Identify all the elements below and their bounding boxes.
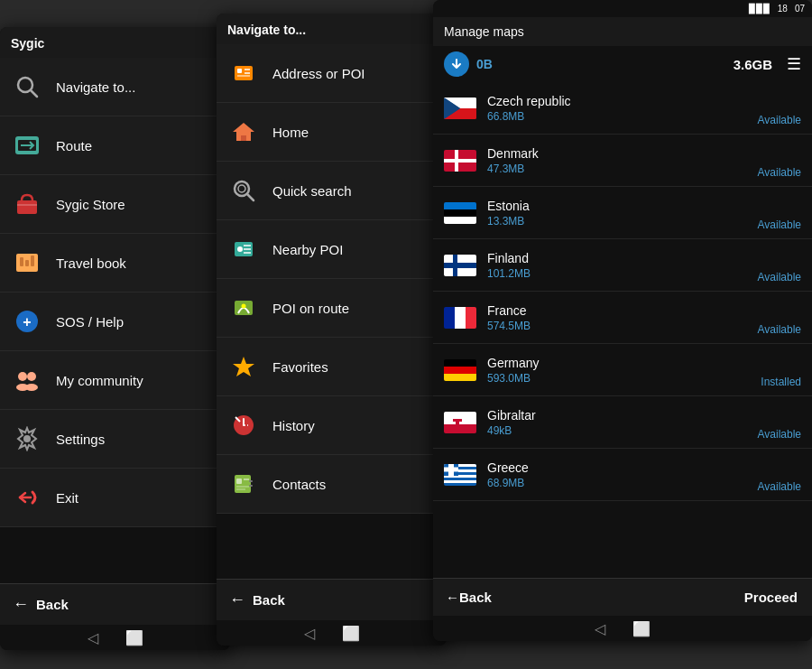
menu-item-address[interactable]: Address or POI <box>217 44 447 103</box>
finland-size: 101.2MB <box>487 267 801 280</box>
svg-rect-70 <box>453 419 462 422</box>
maps-toolbar: 0B 3.6GB ☰ <box>433 46 812 82</box>
svg-rect-75 <box>444 480 476 483</box>
denmark-status: Available <box>758 166 801 179</box>
svg-point-13 <box>18 372 27 381</box>
france-size: 574.5MB <box>487 320 801 332</box>
community-icon <box>11 364 43 396</box>
svg-rect-40 <box>235 475 251 493</box>
gibraltar-name: Gibraltar <box>487 408 801 423</box>
menu-item-quicksearch[interactable]: Quick search <box>217 162 447 220</box>
map-item-estonia[interactable]: Estonia 13.3MB Available <box>433 187 812 239</box>
maps-storage-used: 0B <box>476 57 493 71</box>
sos-icon: + <box>11 305 43 338</box>
menu-label-home: Home <box>272 125 309 140</box>
svg-rect-67 <box>444 412 476 424</box>
status-time1: 18 <box>778 4 788 14</box>
screen1-back-bar[interactable]: ← Back <box>0 583 230 625</box>
estonia-status: Available <box>758 218 801 231</box>
screen2-header: Navigate to... <box>217 14 447 44</box>
france-name: France <box>487 303 801 318</box>
screen-navigate: Navigate to... Address or POI <box>217 14 447 646</box>
svg-rect-60 <box>444 263 476 268</box>
maps-menu-icon[interactable]: ☰ <box>787 54 801 74</box>
france-info: France 574.5MB <box>487 303 801 332</box>
menu-label-poionroute: POI on route <box>272 301 349 316</box>
menu-label-settings: Settings <box>56 432 105 447</box>
nav-back-btn[interactable]: ◁ <box>88 629 98 646</box>
menu-item-sos[interactable]: + SOS / Help <box>0 293 230 351</box>
map-item-germany[interactable]: Germany 593.0MB Installed <box>433 344 812 396</box>
czech-size: 66.8MB <box>487 110 801 123</box>
svg-point-27 <box>238 185 245 192</box>
svg-rect-55 <box>444 202 476 209</box>
menu-item-travel[interactable]: Travel book <box>0 234 230 293</box>
maps-proceed-btn[interactable]: Proceed <box>730 579 812 616</box>
screen2-back-bar[interactable]: ← Back <box>217 579 447 620</box>
gibraltar-size: 49kB <box>487 424 801 437</box>
menu-label-address: Address or POI <box>272 66 365 81</box>
nav3-home-btn[interactable]: ⬜ <box>632 620 651 637</box>
flag-france <box>444 307 476 329</box>
svg-rect-56 <box>444 209 476 217</box>
greece-status: Available <box>758 480 801 493</box>
estonia-name: Estonia <box>487 199 801 213</box>
nav-home-btn[interactable]: ⬜ <box>125 629 143 646</box>
home-icon <box>227 116 260 148</box>
menu-item-settings[interactable]: Settings <box>0 410 230 469</box>
menu-item-favorites[interactable]: Favorites <box>217 338 447 396</box>
maps-back-label: Back <box>459 590 492 605</box>
menu-item-nearbypoi[interactable]: Nearby POI <box>217 220 447 279</box>
finland-info: Finland 101.2MB <box>487 251 801 280</box>
flag-denmark <box>444 150 476 172</box>
screen-maps: ▉▉▉ 18 07 Manage maps 0B 3.6GB ☰ <box>433 0 812 641</box>
map-item-denmark[interactable]: Denmark 47.3MB Available <box>433 135 812 187</box>
navigate-menu-list: Address or POI Home <box>217 44 447 514</box>
map-item-greece[interactable]: Greece 68.9MB Available <box>433 449 812 501</box>
settings-icon <box>11 423 43 455</box>
menu-item-store[interactable]: Sygic Store <box>0 175 230 234</box>
france-status: Available <box>758 323 801 336</box>
svg-line-1 <box>31 90 37 97</box>
map-item-finland[interactable]: Finland 101.2MB Available <box>433 239 812 292</box>
menu-label-travel: Travel book <box>56 256 126 271</box>
menu-item-home[interactable]: Home <box>217 103 447 162</box>
denmark-info: Denmark 47.3MB <box>487 146 801 175</box>
czech-info: Czech republic 66.8MB <box>487 94 801 123</box>
nav2-home-btn[interactable]: ⬜ <box>342 625 360 642</box>
route-icon <box>11 129 43 162</box>
exit-icon <box>11 481 43 514</box>
nav3-back-btn[interactable]: ◁ <box>595 620 605 637</box>
menu-item-contacts[interactable]: Contacts <box>217 455 447 514</box>
menu-item-history[interactable]: History <box>217 396 447 455</box>
greece-name: Greece <box>487 460 801 475</box>
screen2-nav-bar: ◁ ⬜ <box>217 620 447 646</box>
germany-info: Germany 593.0MB <box>487 356 801 385</box>
estonia-size: 13.3MB <box>487 215 801 228</box>
menu-label-history: History <box>272 418 315 433</box>
map-item-gibraltar[interactable]: Gibraltar 49kB Available <box>433 396 812 449</box>
screen3-nav-bar: ◁ ⬜ <box>433 616 812 641</box>
nav2-back-btn[interactable]: ◁ <box>304 625 315 642</box>
svg-rect-57 <box>444 217 476 224</box>
flag-finland <box>444 255 476 276</box>
map-item-france[interactable]: France 574.5MB Available <box>433 292 812 344</box>
menu-item-poionroute[interactable]: POI on route <box>217 279 447 338</box>
menu-item-route[interactable]: Route <box>0 116 230 175</box>
svg-point-29 <box>237 246 243 252</box>
store-icon <box>11 188 43 220</box>
download-icon[interactable] <box>444 51 469 77</box>
menu-item-exit[interactable]: Exit <box>0 469 230 527</box>
maps-back-btn[interactable]: ← Back <box>433 579 730 616</box>
menu-item-navigate[interactable]: Navigate to... <box>0 58 230 116</box>
svg-rect-50 <box>444 108 476 119</box>
status-bar: ▉▉▉ 18 07 <box>433 0 812 17</box>
germany-status: Installed <box>761 376 801 388</box>
flag-germany <box>444 359 476 381</box>
menu-item-community[interactable]: My community <box>0 351 230 410</box>
screen1-nav-bar: ◁ ⬜ <box>0 625 230 650</box>
estonia-info: Estonia 13.3MB <box>487 199 801 228</box>
svg-rect-24 <box>241 135 246 141</box>
map-item-czech[interactable]: Czech republic 66.8MB Available <box>433 82 812 135</box>
svg-point-17 <box>23 435 31 442</box>
